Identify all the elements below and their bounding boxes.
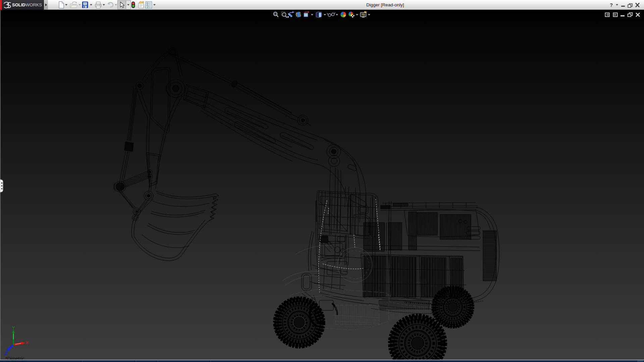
svg-text:?: ? [610,2,613,8]
svg-text:SOLID: SOLID [12,2,25,7]
svg-text:WORKS: WORKS [25,2,42,7]
